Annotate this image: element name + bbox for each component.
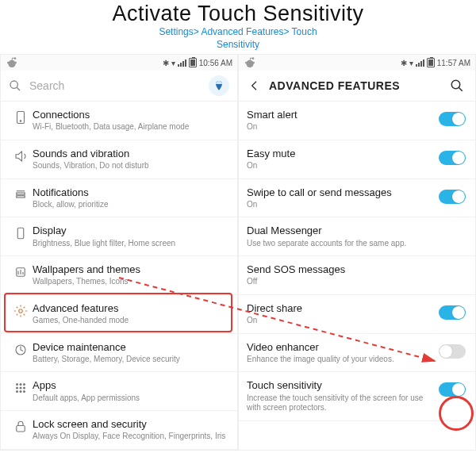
sub: Increase the touch sensitivity of the sc… (247, 393, 439, 413)
title-bar: ADVANCED FEATURES (239, 71, 475, 102)
status-bar: ✱ ▾ 10:56 AM (1, 55, 237, 71)
bluetooth-icon: ✱ (401, 59, 407, 67)
sub: Always On Display, Face Recognition, Fin… (33, 432, 228, 442)
sub: Brightness, Blue light filter, Home scre… (33, 239, 228, 249)
svg-point-28 (252, 62, 255, 64)
battery-icon (189, 58, 197, 67)
label: Swipe to call or send messages (247, 186, 439, 199)
svg-point-16 (16, 383, 18, 386)
label: Sounds and vibration (33, 148, 228, 160)
wifi-icon: ▾ (171, 59, 175, 67)
svg-line-31 (459, 87, 463, 91)
toggle-smart-alert[interactable] (439, 112, 466, 126)
row-wallpapers[interactable]: Wallpapers and themesWallpapers, Themes,… (1, 256, 237, 295)
svg-point-17 (20, 383, 22, 386)
row-direct-share[interactable]: Direct shareOn (239, 295, 475, 334)
signal-icon (416, 60, 424, 67)
svg-point-26 (246, 60, 253, 67)
row-advanced-features[interactable]: Advanced featuresGames, One-handed mode (1, 295, 237, 334)
toggle-easy-mute[interactable] (439, 151, 466, 165)
row-notifications[interactable]: NotificationsBlock, allow, prioritize (1, 179, 237, 218)
reddit-icon (244, 56, 256, 69)
label: Lock screen and security (33, 418, 228, 431)
row-send-sos[interactable]: Send SOS messagesOff (239, 256, 475, 295)
label: Apps (33, 379, 228, 392)
sounds-icon (9, 148, 33, 163)
svg-point-18 (23, 383, 25, 386)
svg-rect-25 (17, 426, 25, 432)
row-sounds[interactable]: Sounds and vibrationSounds, Vibration, D… (1, 140, 237, 179)
breadcrumb-line1: Settings> Advanced Features> Touch (0, 26, 476, 39)
battery-icon (427, 58, 435, 67)
search-icon (9, 79, 23, 92)
sub: Off (247, 277, 466, 287)
sub: On (247, 316, 439, 326)
toggle-touch-sensitivity[interactable] (439, 382, 466, 397)
svg-point-2 (14, 62, 17, 64)
sub: Block, allow, prioritize (33, 200, 228, 210)
label: Direct share (247, 302, 439, 315)
label: Connections (33, 109, 228, 121)
settings-panel: ✱ ▾ 10:56 AM Search ConnectionsWi-Fi, Bl… (0, 54, 238, 451)
advanced-icon (9, 302, 33, 318)
svg-point-19 (16, 387, 18, 390)
toggle-video-enhancer[interactable] (439, 344, 466, 359)
search-placeholder: Search (23, 79, 209, 92)
reddit-icon (6, 56, 18, 69)
row-video-enhancer[interactable]: Video enhancerEnhance the image quality … (239, 334, 475, 373)
row-dual-messenger[interactable]: Dual MessengerUse two separate accounts … (239, 217, 475, 256)
svg-point-23 (20, 390, 22, 393)
row-device-maintenance[interactable]: Device maintenanceBattery, Storage, Memo… (1, 334, 237, 373)
advanced-features-panel: ✱ ▾ 11:57 AM ADVANCED FEATURES Smart ale… (238, 54, 476, 451)
row-display[interactable]: DisplayBrightness, Blue light filter, Ho… (1, 217, 237, 256)
label: Advanced features (33, 302, 228, 315)
svg-point-21 (23, 387, 25, 390)
svg-point-1 (7, 62, 10, 64)
row-apps[interactable]: AppsDefault apps, App permissions (1, 372, 237, 411)
connections-icon (9, 109, 33, 125)
sub: Wi-Fi, Bluetooth, Data usage, Airplane m… (33, 122, 228, 132)
clock: 11:57 AM (437, 59, 470, 67)
wallpapers-icon (9, 263, 33, 279)
svg-point-27 (245, 62, 248, 64)
sub: On (247, 200, 439, 210)
label: Notifications (33, 186, 228, 199)
screen-title: ADVANCED FEATURES (264, 79, 450, 92)
search-button[interactable] (450, 79, 466, 93)
sub: On (247, 161, 439, 171)
label: Video enhancer (247, 341, 439, 354)
page-title: Activate Touch Sensitivity (0, 2, 476, 26)
row-easy-mute[interactable]: Easy muteOn (239, 140, 475, 179)
settings-list: ConnectionsWi-Fi, Bluetooth, Data usage,… (1, 102, 237, 450)
clock: 10:56 AM (199, 59, 232, 67)
row-swipe-call[interactable]: Swipe to call or send messagesOn (239, 179, 475, 218)
svg-point-22 (16, 390, 18, 393)
svg-point-7 (20, 121, 21, 122)
label: Easy mute (247, 148, 439, 160)
maintenance-icon (9, 341, 33, 357)
sub: Enhance the image quality of your videos… (247, 355, 439, 365)
sub: Games, One-handed mode (33, 316, 228, 326)
avatar[interactable] (209, 75, 229, 96)
svg-rect-11 (17, 228, 24, 240)
toggle-swipe-call[interactable] (439, 190, 466, 204)
features-list: Smart alertOn Easy muteOn Swipe to call … (239, 102, 475, 421)
toggle-direct-share[interactable] (439, 305, 466, 320)
sub: On (247, 122, 439, 132)
label: Device maintenance (33, 341, 228, 354)
svg-point-0 (8, 60, 15, 67)
label: Smart alert (247, 109, 439, 121)
sub: Use two separate accounts for the same a… (247, 239, 466, 249)
search-bar[interactable]: Search (1, 71, 237, 102)
row-connections[interactable]: ConnectionsWi-Fi, Bluetooth, Data usage,… (1, 102, 237, 140)
svg-point-20 (20, 387, 22, 390)
sub: Default apps, App permissions (33, 393, 228, 404)
row-lock-screen[interactable]: Lock screen and securityAlways On Displa… (1, 411, 237, 450)
back-button[interactable] (248, 79, 264, 92)
signal-icon (178, 60, 186, 67)
row-touch-sensitivity[interactable]: Touch sensitivityIncrease the touch sens… (239, 372, 475, 420)
wifi-icon: ▾ (409, 59, 413, 67)
svg-rect-8 (17, 193, 25, 194)
row-smart-alert[interactable]: Smart alertOn (239, 102, 475, 140)
label: Send SOS messages (247, 263, 466, 276)
